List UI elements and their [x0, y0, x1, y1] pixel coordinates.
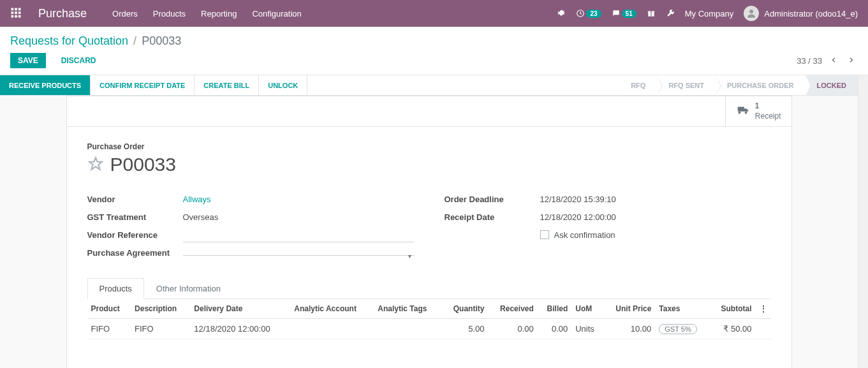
cell-analytic-tags[interactable] — [374, 319, 442, 339]
breadcrumb: Requests for Quotation / P00033 — [10, 34, 858, 48]
discard-button[interactable]: DISCARD — [54, 53, 104, 68]
tab-products[interactable]: Products — [87, 278, 144, 299]
wrench-icon[interactable] — [666, 9, 675, 18]
svg-rect-3 — [11, 11, 14, 14]
breadcrumb-sep: / — [133, 34, 136, 48]
topbar-right: 23 51 My Company Administrator (odoo14_e… — [557, 6, 858, 21]
agreement-select[interactable] — [183, 250, 414, 256]
svg-point-13 — [749, 10, 753, 13]
stat-text: 1 Receipt — [755, 101, 781, 121]
ask-conf-wrap: Ask confirmation — [540, 230, 615, 240]
gst-value: Overseas — [183, 212, 414, 222]
agreement-label: Purchase Agreement — [87, 248, 183, 258]
svg-rect-6 — [11, 15, 14, 18]
field-agreement: Purchase Agreement — [87, 244, 414, 261]
tax-badge: GST 5% — [659, 324, 696, 334]
cell-unit-price[interactable]: 10.00 — [603, 319, 655, 339]
field-vendor-ref: Vendor Reference — [87, 226, 414, 243]
chat-badge[interactable]: 51 — [612, 9, 636, 18]
cell-analytic-account[interactable] — [290, 319, 374, 339]
th-unit-price[interactable]: Unit Price — [603, 299, 655, 319]
save-button[interactable]: SAVE — [10, 53, 46, 68]
cell-taxes[interactable]: GST 5% — [655, 319, 709, 339]
table-header-row: Product Description Delivery Date Analyt… — [87, 299, 771, 319]
cell-description[interactable]: FIFO — [131, 319, 190, 339]
gift-icon[interactable] — [647, 9, 656, 18]
th-analytic-tags[interactable]: Analytic Tags — [374, 299, 442, 319]
vendor-value[interactable]: Allways — [183, 195, 414, 204]
cell-subtotal[interactable]: ₹ 50.00 — [710, 319, 756, 339]
stat-count: 1 — [755, 101, 781, 112]
step-locked[interactable]: LOCKED — [805, 75, 858, 95]
star-icon[interactable] — [87, 156, 104, 174]
bug-icon[interactable] — [557, 9, 566, 18]
app-brand[interactable]: Purchase — [38, 7, 87, 20]
step-purchase-order[interactable]: PURCHASE ORDER — [716, 75, 805, 95]
cell-received[interactable]: 0.00 — [488, 319, 537, 339]
th-quantity[interactable]: Quantity — [442, 299, 489, 319]
cell-delivery[interactable]: 12/18/2020 12:00:00 — [190, 319, 290, 339]
unlock-button[interactable]: UNLOCK — [259, 75, 307, 95]
th-delivery[interactable]: Delivery Date — [190, 299, 290, 319]
create-bill-button[interactable]: CREATE BILL — [195, 75, 259, 95]
th-description[interactable]: Description — [131, 299, 190, 319]
receipt-date-value: 12/18/2020 12:00:00 — [540, 212, 771, 222]
svg-rect-12 — [651, 11, 651, 17]
th-analytic-account[interactable]: Analytic Account — [290, 299, 374, 319]
form-sheet-wrap: 1 Receipt Purchase Order P00033 Ve — [0, 96, 858, 368]
stat-label: Receipt — [755, 112, 781, 122]
pager-text[interactable]: 33 / 33 — [797, 56, 822, 66]
th-received[interactable]: Received — [488, 299, 537, 319]
step-rfq-sent[interactable]: RFQ SENT — [657, 75, 716, 95]
action-row: SAVE DISCARD 33 / 33 — [10, 53, 858, 75]
breadcrumb-root[interactable]: Requests for Quotation — [10, 34, 128, 48]
statusbar-buttons: RECEIVE PRODUCTS CONFIRM RECEIPT DATE CR… — [0, 75, 307, 95]
field-ask-confirmation: Ask confirmation — [445, 226, 771, 243]
nav-reporting[interactable]: Reporting — [201, 9, 237, 18]
vendor-ref-label: Vendor Reference — [87, 230, 183, 240]
row-kebab[interactable] — [756, 319, 771, 339]
table-row[interactable]: FIFO FIFO 12/18/2020 12:00:00 5.00 0.00 … — [87, 319, 771, 339]
th-product[interactable]: Product — [87, 299, 131, 319]
ask-conf-checkbox[interactable] — [540, 230, 549, 239]
scrollbar-2[interactable] — [858, 96, 868, 368]
nav-menu: Orders Products Reporting Configuration — [112, 9, 302, 18]
pager-next[interactable] — [845, 54, 858, 68]
clock-badge[interactable]: 23 — [576, 9, 601, 18]
cell-product[interactable]: FIFO — [87, 319, 131, 339]
user-menu[interactable]: Administrator (odoo14_e) — [744, 6, 858, 21]
cell-quantity[interactable]: 5.00 — [442, 319, 489, 339]
truck-icon — [736, 103, 750, 119]
th-kebab[interactable]: ⋮ — [756, 299, 771, 319]
svg-rect-2 — [18, 8, 21, 11]
field-col-left: Vendor Allways GST Treatment Overseas Ve… — [87, 191, 414, 262]
th-taxes[interactable]: Taxes — [655, 299, 709, 319]
ask-conf-label: Ask confirmation — [554, 230, 615, 240]
company-name[interactable]: My Company — [685, 9, 734, 18]
cell-billed[interactable]: 0.00 — [538, 319, 571, 339]
pager-prev[interactable] — [827, 54, 840, 68]
form-sheet: 1 Receipt Purchase Order P00033 Ve — [66, 96, 792, 368]
nav-configuration[interactable]: Configuration — [252, 9, 301, 18]
th-subtotal[interactable]: Subtotal — [710, 299, 756, 319]
nav-products[interactable]: Products — [153, 9, 186, 18]
scrollbar[interactable] — [858, 75, 868, 96]
receive-products-button[interactable]: RECEIVE PRODUCTS — [0, 75, 91, 95]
content-area: 1 Receipt Purchase Order P00033 Ve — [0, 96, 868, 368]
user-name: Administrator (odoo14_e) — [764, 9, 858, 18]
field-cols: Vendor Allways GST Treatment Overseas Ve… — [87, 191, 771, 262]
cell-uom[interactable]: Units — [571, 319, 603, 339]
title-row: P00033 — [87, 154, 771, 175]
tab-other-info[interactable]: Other Information — [144, 278, 233, 299]
th-billed[interactable]: Billed — [538, 299, 571, 319]
field-deadline: Order Deadline 12/18/2020 15:39:10 — [445, 191, 771, 207]
receipt-stat-button[interactable]: 1 Receipt — [725, 96, 791, 126]
field-receipt-date: Receipt Date 12/18/2020 12:00:00 — [445, 209, 771, 225]
th-uom[interactable]: UoM — [571, 299, 603, 319]
vendor-ref-input[interactable] — [183, 227, 414, 242]
apps-icon[interactable] — [10, 7, 23, 20]
nav-orders[interactable]: Orders — [112, 9, 138, 18]
step-rfq[interactable]: RFQ — [619, 75, 657, 95]
confirm-receipt-date-button[interactable]: CONFIRM RECEIPT DATE — [91, 75, 195, 95]
deadline-label: Order Deadline — [445, 195, 540, 204]
